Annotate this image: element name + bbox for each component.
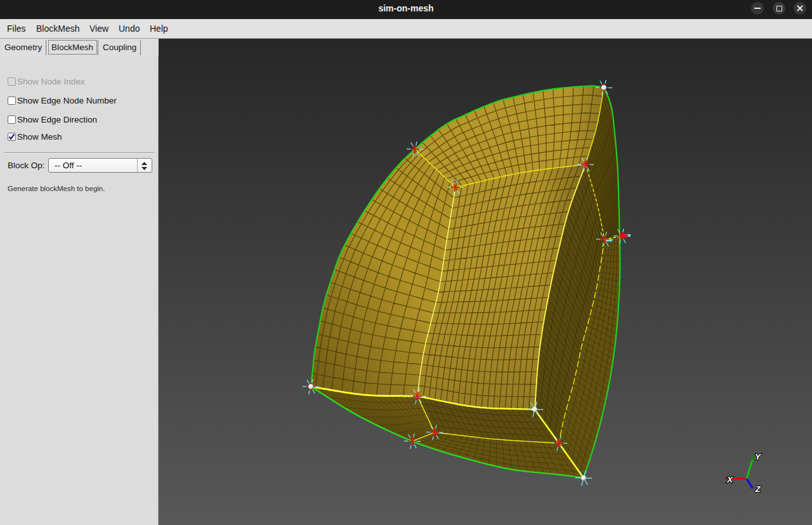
svg-text:Z: Z (755, 484, 761, 494)
svg-text:Y: Y (755, 452, 762, 462)
svg-text:X: X (726, 475, 733, 484)
